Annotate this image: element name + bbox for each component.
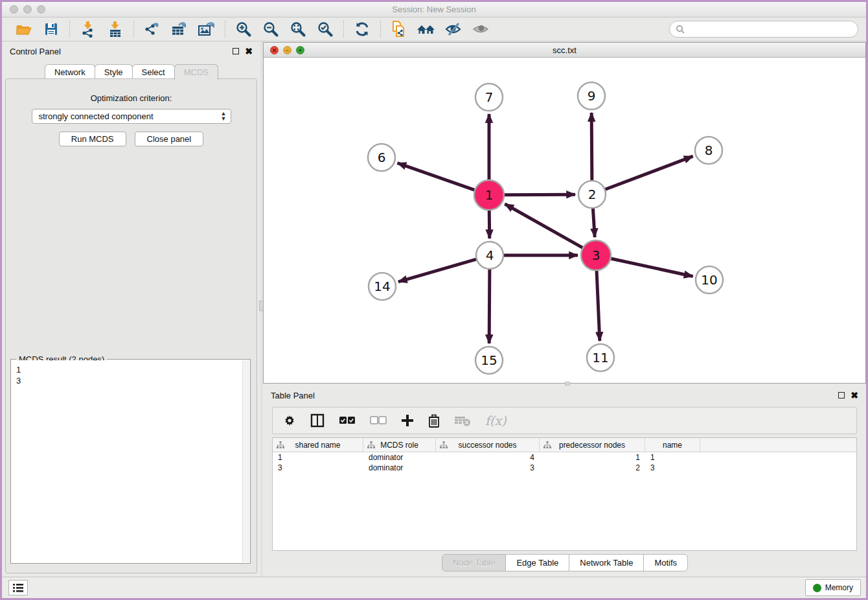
tab-style[interactable]: Style <box>95 64 133 80</box>
tab-select[interactable]: Select <box>132 64 175 80</box>
tab-mcds[interactable]: MCDS <box>174 64 218 80</box>
clone-network-button[interactable] <box>389 19 409 39</box>
export-network-button[interactable] <box>142 19 163 39</box>
graph-node-8[interactable]: 8 <box>695 137 722 164</box>
node-label-15: 15 <box>481 352 497 368</box>
table-row[interactable]: 1dominator411 <box>273 452 856 463</box>
show-all-button[interactable] <box>470 19 491 39</box>
edge-2-9[interactable] <box>591 113 592 182</box>
tab-edge-table[interactable]: Edge Table <box>505 554 569 571</box>
delete-table-button[interactable] <box>454 415 471 426</box>
close-table-panel-icon[interactable]: ✖ <box>851 392 858 398</box>
cell-MCDS-role[interactable]: dominator <box>363 463 436 473</box>
cell-name[interactable]: 3 <box>645 463 700 473</box>
tab-motifs[interactable]: Motifs <box>643 554 688 571</box>
graph-node-9[interactable]: 9 <box>578 82 605 110</box>
network-graph[interactable]: 7968124314101511 <box>264 58 865 384</box>
cell-shared-name[interactable]: 1 <box>273 452 363 463</box>
export-table-button[interactable] <box>169 19 190 39</box>
search-box[interactable] <box>669 21 858 38</box>
edge-2-8[interactable] <box>604 156 693 190</box>
zoom-fit-button[interactable] <box>288 19 308 39</box>
open-session-button[interactable] <box>14 19 34 39</box>
cell-shared-name[interactable]: 3 <box>273 463 363 473</box>
mcds-result-scrollbar[interactable] <box>242 360 249 562</box>
control-panel-tabs: NetworkStyleSelectMCDS <box>2 64 260 80</box>
network-view-window: ✕ − + scc.txt 7968124314101511 <box>263 42 866 384</box>
column-header-name[interactable]: name <box>645 438 700 452</box>
cell-name[interactable]: 1 <box>645 452 700 463</box>
column-header-successor-nodes[interactable]: successor nodes <box>436 438 540 452</box>
edge-2-3[interactable] <box>593 207 595 237</box>
column-header-predecessor-nodes[interactable]: predecessor nodes <box>540 438 645 452</box>
function-builder-button[interactable]: f(x) <box>485 413 507 428</box>
run-mcds-button[interactable]: Run MCDS <box>59 132 126 146</box>
float-table-panel-icon[interactable] <box>838 392 845 398</box>
tab-network-table[interactable]: Network Table <box>569 554 644 571</box>
graph-node-3[interactable]: 3 <box>581 240 611 270</box>
refresh-layout-button[interactable] <box>352 19 372 39</box>
graph-node-2[interactable]: 2 <box>578 181 606 208</box>
graph-node-10[interactable]: 10 <box>696 266 723 294</box>
network-canvas[interactable]: 7968124314101511 <box>264 58 865 383</box>
save-session-button[interactable] <box>41 19 62 39</box>
delete-column-button[interactable] <box>428 414 440 428</box>
node-label-9: 9 <box>588 88 596 104</box>
node-label-2: 2 <box>588 187 597 202</box>
first-neighbors-button[interactable] <box>416 19 437 39</box>
table-settings-button[interactable] <box>283 414 296 427</box>
cell-predecessor-nodes[interactable]: 1 <box>540 452 645 463</box>
graph-node-6[interactable]: 6 <box>368 144 395 171</box>
graph-node-11[interactable]: 11 <box>587 344 614 371</box>
select-all-button[interactable] <box>339 416 356 425</box>
edge-1-2[interactable] <box>503 194 575 195</box>
zoom-selected-button[interactable] <box>315 19 336 39</box>
graph-node-7[interactable]: 7 <box>475 84 503 111</box>
column-header-shared-name[interactable]: shared name <box>273 438 363 452</box>
edge-3-11[interactable] <box>597 269 600 341</box>
list-icon <box>12 583 24 593</box>
edge-3-1[interactable] <box>505 204 584 249</box>
criterion-selected-value: strongly connected component <box>39 111 154 121</box>
network-window-title: scc.txt <box>264 45 865 55</box>
search-input[interactable] <box>688 23 858 36</box>
task-history-button[interactable] <box>8 580 28 595</box>
deselect-all-button[interactable] <box>370 416 387 425</box>
tab-node-table[interactable]: Node Table <box>442 554 507 571</box>
add-column-button[interactable] <box>401 414 414 427</box>
edge-1-6[interactable] <box>398 163 477 190</box>
criterion-select[interactable]: strongly connected component ▲▼ <box>32 109 231 124</box>
mcds-result-text[interactable]: 1 3 <box>12 360 242 562</box>
table-row[interactable]: 3dominator323 <box>273 463 856 473</box>
zoom-out-button[interactable] <box>260 19 281 39</box>
cell-successor-nodes[interactable]: 4 <box>436 452 540 463</box>
cell-MCDS-role[interactable]: dominator <box>363 452 436 463</box>
split-view-button[interactable] <box>310 413 325 428</box>
float-panel-icon[interactable] <box>233 48 239 54</box>
memory-button[interactable]: Memory <box>805 579 861 596</box>
show-all-icon <box>472 22 490 36</box>
graph-node-1[interactable]: 1 <box>474 180 504 210</box>
edge-3-10[interactable] <box>610 258 693 276</box>
import-table-button[interactable] <box>105 19 126 39</box>
column-header-MCDS-role[interactable]: MCDS role <box>363 438 436 452</box>
import-network-button[interactable] <box>78 19 98 39</box>
table-toolbar: f(x) <box>272 407 857 434</box>
cell-successor-nodes[interactable]: 3 <box>436 463 540 473</box>
graph-node-14[interactable]: 14 <box>369 273 396 300</box>
graph-node-15[interactable]: 15 <box>475 347 503 374</box>
mcds-panel: Optimization criterion: strongly connect… <box>5 78 257 573</box>
tab-network[interactable]: Network <box>45 64 95 80</box>
cell-predecessor-nodes[interactable]: 2 <box>540 463 645 473</box>
mcds-result-box: MCDS result (2 nodes) 1 3 <box>10 359 251 564</box>
hide-selected-button[interactable] <box>443 19 464 39</box>
zoom-in-button[interactable] <box>233 19 254 39</box>
node-table-header: shared nameMCDS rolesuccessor nodesprede… <box>273 438 856 452</box>
close-panel-icon[interactable]: ✖ <box>245 48 253 54</box>
close-panel-button[interactable]: Close panel <box>135 132 204 146</box>
edge-4-15[interactable] <box>489 268 490 343</box>
network-window-titlebar[interactable]: ✕ − + scc.txt <box>264 43 865 58</box>
edge-4-14[interactable] <box>398 259 478 282</box>
export-image-button[interactable] <box>196 19 217 39</box>
graph-node-4[interactable]: 4 <box>476 242 503 269</box>
